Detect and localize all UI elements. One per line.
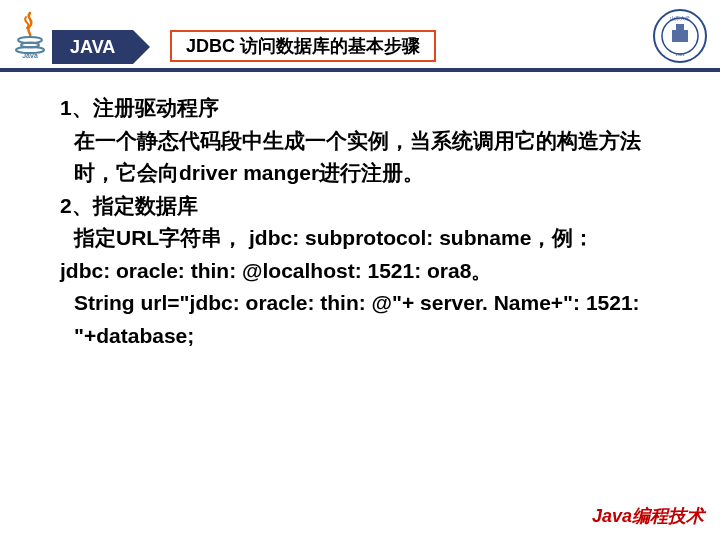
slide-header: Java JAVA JDBC 访问数据库的基本步骤 山东大学 1901	[0, 0, 720, 72]
slide-title: JDBC 访问数据库的基本步骤	[170, 30, 436, 62]
svg-text:Java: Java	[22, 52, 38, 58]
java-badge-label: JAVA	[70, 37, 115, 58]
svg-rect-6	[672, 30, 688, 42]
step1-title: 1、注册驱动程序	[60, 92, 670, 125]
svg-text:1901: 1901	[676, 52, 686, 57]
slide-title-text: JDBC 访问数据库的基本步骤	[186, 34, 420, 58]
slide-content: 1、注册驱动程序 在一个静态代码段中生成一个实例，当系统调用它的构造方法时，它会…	[0, 72, 720, 352]
step2-body-line3: String url="jdbc: oracle: thin: @"+ serv…	[60, 287, 670, 352]
java-badge: JAVA	[52, 30, 133, 64]
svg-text:山东大学: 山东大学	[670, 15, 690, 21]
step2-body-line1: 指定URL字符串， jdbc: subprotocol: subname，例：	[60, 222, 670, 255]
footer-text: Java编程技术	[592, 504, 704, 528]
java-logo-icon: Java	[10, 8, 50, 58]
step2-body-line2: jdbc: oracle: thin: @localhost: 1521: or…	[60, 255, 670, 288]
university-seal-icon: 山东大学 1901	[652, 8, 708, 64]
step1-body: 在一个静态代码段中生成一个实例，当系统调用它的构造方法时，它会向driver m…	[60, 125, 670, 190]
step2-title: 2、指定数据库	[60, 190, 670, 223]
svg-rect-7	[676, 24, 684, 30]
